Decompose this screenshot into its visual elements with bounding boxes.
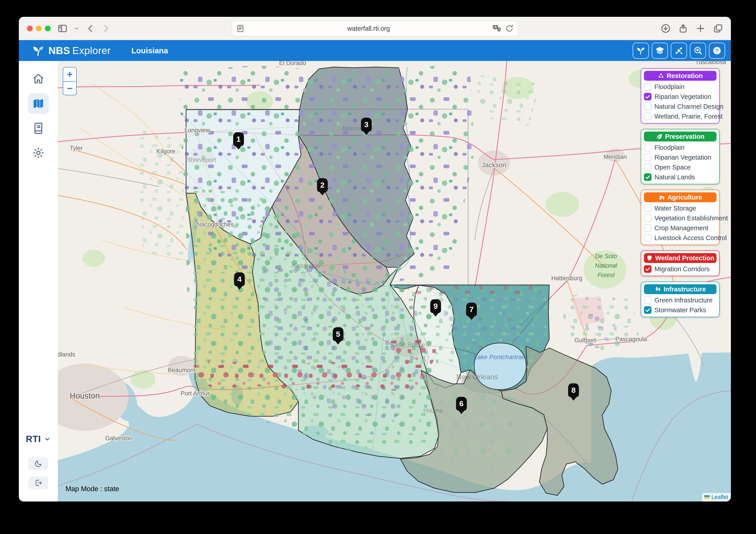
- plus-icon[interactable]: [695, 23, 706, 34]
- reload-icon[interactable]: [505, 24, 514, 33]
- preservation-riparian-vegetation-checkbox[interactable]: [644, 153, 652, 161]
- satellite-button[interactable]: [671, 42, 687, 59]
- infrastructure-title: Infrastructure: [663, 286, 706, 293]
- map-label-gulfport: Gulfport: [574, 337, 596, 344]
- reader-icon[interactable]: [236, 30, 245, 34]
- preservation-floodplain-checkbox[interactable]: [644, 144, 652, 151]
- close-window-button[interactable]: [27, 26, 33, 31]
- sidebar-nav-settings[interactable]: [28, 143, 49, 163]
- wetland-protection-title: Wetland Protection: [655, 254, 714, 262]
- infrastructure-header[interactable]: Infrastructure: [644, 284, 716, 294]
- agriculture-item-livestock-access-control: Livestock Access Control: [644, 234, 716, 242]
- panel-preservation: PreservationFloodplainRiparian Vegetatio…: [641, 129, 720, 184]
- infrastructure-stormwater-parks-checkbox[interactable]: [644, 306, 652, 314]
- preservation-natural-lands-label: Natural Lands: [655, 174, 695, 181]
- restoration-item-floodplain: Floodplain: [644, 83, 716, 91]
- restoration-item-natural-channel-design: Natural Channel Design: [644, 103, 716, 110]
- restoration-wetland-prairie-forest-checkbox[interactable]: [644, 113, 652, 120]
- restoration-header[interactable]: Restoration: [644, 71, 716, 81]
- restoration-item-wetland-prairie-forest: Wetland, Prairie, Forest: [644, 113, 716, 120]
- search-location-button[interactable]: [690, 42, 706, 59]
- agriculture-header[interactable]: Agriculture: [644, 192, 716, 202]
- sidebar-nav-book[interactable]: [28, 118, 49, 139]
- sidebar-nav-home[interactable]: [28, 68, 49, 89]
- agriculture-livestock-access-control-checkbox[interactable]: [644, 234, 652, 242]
- sidebar-nav-map[interactable]: [28, 93, 49, 114]
- restoration-floodplain-label: Floodplain: [655, 83, 685, 91]
- svg-text:?: ?: [716, 47, 718, 53]
- sprout-button[interactable]: [633, 42, 649, 59]
- map-label-baton-rouge: Baton Rouge: [390, 341, 425, 348]
- book-icon: [32, 122, 44, 135]
- map-label-port-arthur: Port Arthur: [180, 390, 209, 397]
- restoration-floodplain-checkbox[interactable]: [644, 83, 652, 91]
- restoration-wetland-prairie-forest-label: Wetland, Prairie, Forest: [655, 113, 723, 120]
- svg-text:2: 2: [320, 181, 325, 189]
- wetland-protection-migration-corridors-label: Migration Corridors: [655, 265, 710, 273]
- sidebar-icon[interactable]: [57, 23, 68, 34]
- org-menu[interactable]: RTI: [26, 434, 51, 444]
- layers-button[interactable]: [652, 42, 668, 59]
- agriculture-vegetation-establishment-checkbox[interactable]: [644, 214, 652, 222]
- map-label-houma: Houma: [423, 407, 443, 414]
- preservation-floodplain-label: Floodplain: [655, 144, 685, 151]
- zoom-in-button[interactable]: +: [63, 67, 76, 81]
- logout-button[interactable]: [28, 476, 48, 489]
- wetland-protection-migration-corridors-checkbox[interactable]: [644, 265, 652, 273]
- satellite-icon: [674, 46, 684, 55]
- map-label-lake-pontchartrain: Lake Pontchartrain: [474, 354, 526, 360]
- traffic-lights: [27, 26, 51, 31]
- url-text: waterfall.rti.org: [245, 25, 492, 32]
- map-label-de-soto: De Soto: [595, 253, 617, 260]
- tractor-icon: [659, 194, 665, 200]
- download-icon[interactable]: [661, 23, 671, 34]
- zoom-out-button[interactable]: −: [63, 81, 76, 95]
- chevron-right-icon[interactable]: [101, 23, 111, 34]
- agriculture-water-storage-checkbox[interactable]: [644, 204, 652, 212]
- chevron-down-icon[interactable]: [73, 25, 80, 32]
- restoration-riparian-vegetation-checkbox[interactable]: [644, 93, 652, 100]
- map-canvas[interactable]: El DoradoTuscaloosaTylerLongviewKilgoreN…: [58, 61, 731, 501]
- svg-text:8: 8: [572, 386, 576, 394]
- map-label-forest: Forest: [598, 272, 615, 279]
- maximize-window-button[interactable]: [45, 26, 51, 31]
- restoration-title: Restoration: [666, 72, 703, 80]
- agriculture-crop-management-checkbox[interactable]: [644, 224, 652, 232]
- settings-icon: [32, 147, 44, 159]
- map-label-tyler: Tyler: [70, 145, 83, 151]
- translate-icon[interactable]: Ax: [492, 24, 501, 33]
- url-bar[interactable]: waterfall.rti.org Ax: [231, 21, 518, 36]
- preservation-natural-lands-checkbox[interactable]: [644, 173, 652, 181]
- restoration-riparian-vegetation-label: Riparian Vegetation: [655, 93, 711, 100]
- app-title: NBSExplorer: [48, 45, 111, 57]
- agriculture-title: Agriculture: [667, 194, 702, 201]
- svg-text:1: 1: [236, 135, 241, 143]
- map-label-hattiesburg: Hattiesburg: [551, 275, 582, 281]
- ukraine-flag-icon: [704, 495, 710, 499]
- preservation-header[interactable]: Preservation: [644, 132, 716, 142]
- infrastructure-green-infrastructure-checkbox[interactable]: [644, 296, 652, 304]
- sidebar: RTI: [19, 61, 58, 501]
- recycle-icon: [658, 72, 664, 79]
- browser-window: waterfall.rti.org Ax NBSExplorer Louisia…: [19, 17, 731, 501]
- moon-icon: [34, 459, 42, 468]
- map-label-kilgore: Kilgore: [156, 148, 175, 155]
- panel-infrastructure: InfrastructureGreen InfrastructureStormw…: [641, 281, 720, 317]
- share-icon[interactable]: [678, 23, 688, 34]
- restoration-natural-channel-design-checkbox[interactable]: [644, 103, 652, 110]
- leaflet-attribution[interactable]: Leaflet: [702, 493, 731, 501]
- app-title-bold: NBS: [48, 45, 70, 56]
- search-location-icon: [693, 46, 703, 55]
- chevron-left-icon[interactable]: [85, 23, 95, 34]
- agriculture-vegetation-establishment-label: Vegetation Establishment: [655, 215, 728, 222]
- tabs-icon[interactable]: [713, 23, 723, 34]
- wetland-protection-header[interactable]: Wetland Protection: [644, 253, 716, 263]
- agriculture-livestock-access-control-label: Livestock Access Control: [655, 234, 727, 242]
- map-label-woodlands: Woodlands: [58, 351, 75, 358]
- moon-button[interactable]: [28, 457, 48, 470]
- minimize-window-button[interactable]: [36, 26, 42, 31]
- infrastructure-item-stormwater-parks: Stormwater Parks: [644, 306, 716, 314]
- preservation-open-space-checkbox[interactable]: [644, 163, 652, 171]
- help-button[interactable]: ?: [709, 42, 725, 59]
- preservation-item-floodplain: Floodplain: [644, 144, 716, 151]
